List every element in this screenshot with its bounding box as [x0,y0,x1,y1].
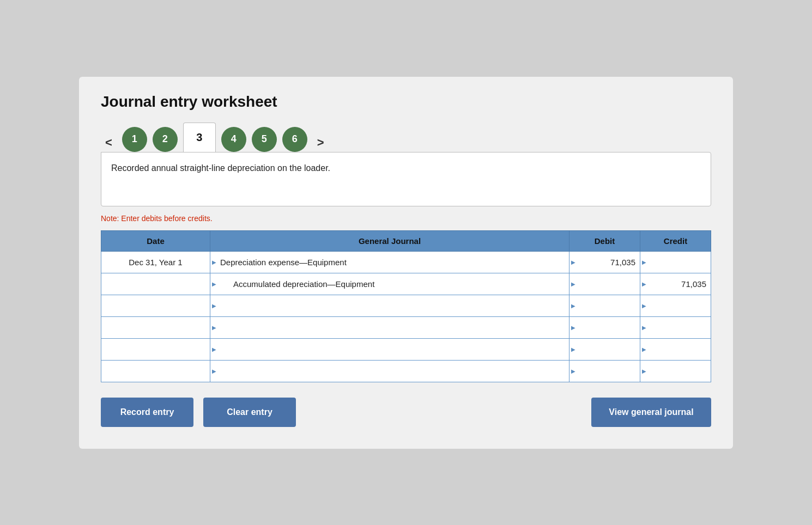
tab-5[interactable]: 5 [252,127,277,152]
cell-date-5[interactable] [101,360,210,382]
view-journal-button[interactable]: View general journal [591,398,711,427]
table-row: Accumulated depreciation—Equipment71,035 [101,273,711,295]
prev-arrow[interactable]: < [101,133,117,152]
cell-debit-1[interactable] [569,273,640,295]
cell-credit-5[interactable] [640,360,711,382]
tabs-row: < 1 2 3 4 5 6 > [101,123,711,152]
cell-debit-0[interactable]: 71,035 [569,251,640,273]
next-arrow[interactable]: > [313,133,329,152]
cell-debit-3[interactable] [569,316,640,338]
tab-4[interactable]: 4 [221,127,246,152]
cell-journal-5[interactable] [210,360,569,382]
header-journal: General Journal [210,230,569,251]
tab-1[interactable]: 1 [122,127,147,152]
table-row [101,360,711,382]
table-row [101,338,711,360]
cell-journal-1[interactable]: Accumulated depreciation—Equipment [210,273,569,295]
cell-date-4[interactable] [101,338,210,360]
cell-credit-4[interactable] [640,338,711,360]
cell-date-0[interactable]: Dec 31, Year 1 [101,251,210,273]
header-date: Date [101,230,210,251]
description-text: Recorded annual straight-line depreciati… [111,163,330,173]
table-row [101,295,711,316]
note-text: Note: Enter debits before credits. [101,214,711,223]
tab-6[interactable]: 6 [282,127,307,152]
cell-journal-4[interactable] [210,338,569,360]
table-row [101,316,711,338]
buttons-row: Record entry Clear entry View general jo… [101,398,711,427]
cell-credit-3[interactable] [640,316,711,338]
record-entry-button[interactable]: Record entry [101,398,193,427]
cell-credit-2[interactable] [640,295,711,316]
page-title: Journal entry worksheet [101,93,711,111]
tab-3[interactable]: 3 [183,123,216,152]
cell-debit-5[interactable] [569,360,640,382]
cell-journal-3[interactable] [210,316,569,338]
cell-date-2[interactable] [101,295,210,316]
description-box: Recorded annual straight-line depreciati… [101,152,711,206]
worksheet-container: Journal entry worksheet < 1 2 3 4 5 6 > … [79,77,733,449]
header-debit: Debit [569,230,640,251]
cell-credit-0[interactable] [640,251,711,273]
cell-date-3[interactable] [101,316,210,338]
header-credit: Credit [640,230,711,251]
clear-entry-button[interactable]: Clear entry [203,398,296,427]
cell-debit-2[interactable] [569,295,640,316]
table-row: Dec 31, Year 1Depreciation expense—Equip… [101,251,711,273]
cell-credit-1[interactable]: 71,035 [640,273,711,295]
cell-journal-0[interactable]: Depreciation expense—Equipment [210,251,569,273]
tab-2[interactable]: 2 [153,127,178,152]
cell-date-1[interactable] [101,273,210,295]
journal-table: Date General Journal Debit Credit Dec 31… [101,230,711,382]
cell-debit-4[interactable] [569,338,640,360]
cell-journal-2[interactable] [210,295,569,316]
